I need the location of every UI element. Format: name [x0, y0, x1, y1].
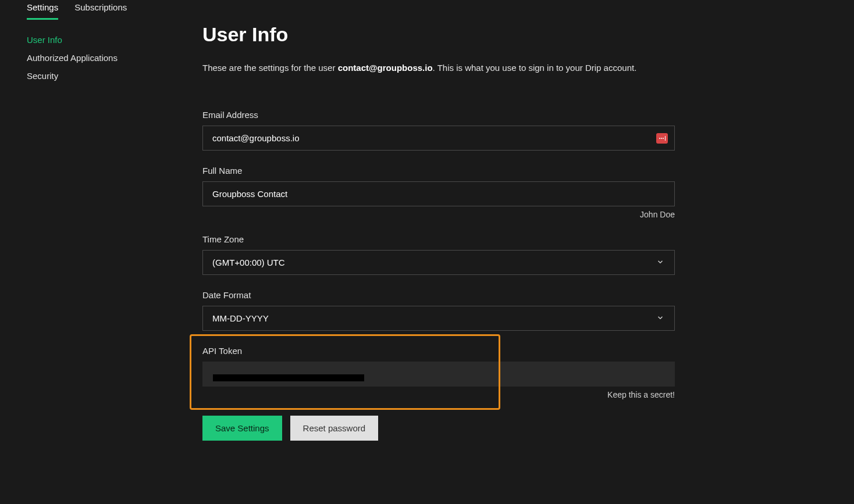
timezone-select[interactable]: (GMT+00:00) UTC	[202, 250, 675, 275]
timezone-label: Time Zone	[202, 234, 675, 244]
apitoken-label: API Token	[202, 346, 675, 356]
dateformat-label: Date Format	[202, 290, 675, 300]
tab-settings[interactable]: Settings	[27, 2, 58, 20]
sidebar-item-security[interactable]: Security	[27, 70, 175, 82]
sidebar: Settings Subscriptions User Info Authori…	[0, 0, 175, 504]
form-group-fullname: Full Name John Doe	[202, 166, 675, 219]
sidebar-item-user-info[interactable]: User Info	[27, 34, 175, 46]
apitoken-redaction	[213, 374, 364, 381]
form-group-dateformat: Date Format MM-DD-YYYY	[202, 290, 675, 331]
apitoken-hint: Keep this a secret!	[202, 390, 675, 399]
desc-email: contact@groupboss.io	[338, 63, 433, 73]
email-label: Email Address	[202, 110, 675, 120]
fullname-input[interactable]	[202, 181, 675, 206]
dateformat-select[interactable]: MM-DD-YYYY	[202, 306, 675, 331]
email-input[interactable]	[202, 126, 675, 151]
page-description: These are the settings for the user cont…	[202, 61, 675, 75]
desc-suffix: . This is what you use to sign in to you…	[433, 63, 637, 73]
sidebar-item-authorized-applications[interactable]: Authorized Applications	[27, 52, 175, 64]
fullname-label: Full Name	[202, 166, 675, 176]
page-title: User Info	[202, 23, 675, 46]
form-group-apitoken: API Token Keep this a secret!	[202, 346, 675, 399]
reset-password-button[interactable]: Reset password	[290, 416, 379, 441]
sidebar-nav: User Info Authorized Applications Securi…	[27, 34, 175, 82]
fullname-hint: John Doe	[202, 210, 675, 219]
desc-prefix: These are the settings for the user	[202, 63, 338, 73]
main-content: User Info These are the settings for the…	[175, 0, 710, 504]
password-manager-icon[interactable]	[656, 133, 668, 144]
button-row: Save Settings Reset password	[202, 416, 675, 441]
save-settings-button[interactable]: Save Settings	[202, 416, 282, 441]
form-group-timezone: Time Zone (GMT+00:00) UTC	[202, 234, 675, 275]
sidebar-tabs: Settings Subscriptions	[27, 0, 175, 20]
form-group-email: Email Address	[202, 110, 675, 151]
tab-subscriptions[interactable]: Subscriptions	[74, 2, 127, 20]
